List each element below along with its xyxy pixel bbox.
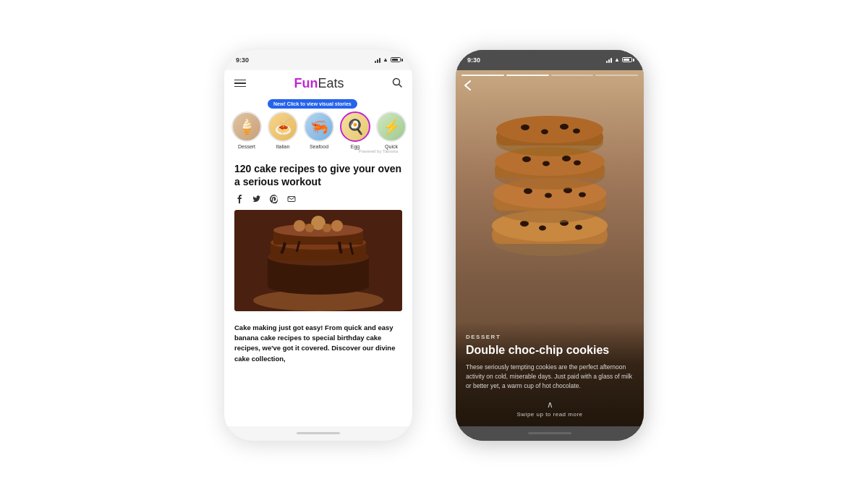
phone2-screen: DESSERT Double choc-chip cookies These s…	[456, 70, 644, 426]
swipe-up-label: Swipe up to read more	[517, 411, 583, 418]
pinterest-share-icon[interactable]	[269, 194, 279, 204]
phone1-status-bar: 9:30 ▲	[224, 50, 412, 70]
stories-section: New! Click to view visual stories 🍦 Dess…	[224, 96, 412, 158]
story-italian-label: Italian	[276, 144, 290, 149]
funeats-logo: FunEats	[294, 76, 344, 91]
phone2-bottom-bar	[456, 426, 644, 441]
story-egg-label: Egg	[351, 144, 359, 149]
facebook-share-icon[interactable]	[234, 194, 244, 204]
article-title: 120 cake recipes to give your oven a ser…	[234, 162, 402, 188]
phone-1: 9:30 ▲ FunEats	[224, 50, 412, 441]
svg-point-30	[579, 192, 586, 197]
phone2-status-icons: ▲	[606, 56, 632, 63]
back-arrow-button[interactable]	[463, 80, 475, 93]
story-top-bar	[456, 80, 644, 93]
svg-point-23	[575, 224, 582, 229]
svg-point-12	[294, 220, 305, 232]
story-dessert-image: 🍦	[233, 113, 260, 140]
story-egg-image: 🍳	[341, 113, 369, 140]
story-seafood-label: Seafood	[310, 144, 328, 149]
svg-point-27	[524, 188, 532, 194]
story-category-label: DESSERT	[466, 334, 634, 340]
svg-point-37	[574, 160, 581, 165]
phone2-signal	[606, 57, 612, 63]
svg-point-14	[331, 220, 343, 232]
article-cake-image	[234, 210, 402, 311]
article-body: Cake making just got easy! From quick an…	[224, 323, 412, 364]
svg-line-1	[399, 84, 402, 87]
twitter-share-icon[interactable]	[252, 194, 262, 204]
story-item-quick[interactable]: ⚡ Quick	[376, 111, 407, 149]
story-quick-image: ⚡	[378, 113, 405, 140]
cookie-stack-container	[470, 85, 629, 273]
story-progress-bars	[456, 70, 644, 79]
story-item-egg[interactable]: 🍳 Egg	[340, 111, 370, 149]
phone2-time: 9:30	[467, 56, 480, 64]
story-description: These seriously tempting cookies are the…	[466, 363, 634, 390]
story-title: Double choc-chip cookies	[466, 343, 634, 357]
svg-point-16	[323, 224, 331, 232]
story-item-seafood[interactable]: 🦐 Seafood	[304, 111, 334, 149]
story-seafood-image: 🦐	[305, 113, 333, 140]
swipe-up-button[interactable]: ∧ Swipe up to read more	[466, 400, 634, 418]
svg-point-15	[305, 224, 314, 232]
phone1-status-icons: ▲	[375, 56, 401, 63]
cookie-stack-svg	[470, 85, 629, 273]
story-italian-image: 🍝	[269, 113, 297, 140]
progress-bar-4	[595, 75, 638, 76]
phone2-notch	[528, 50, 571, 60]
svg-point-42	[541, 129, 548, 134]
svg-point-28	[545, 193, 552, 198]
progress-bar-1	[461, 75, 504, 76]
article-image-container	[224, 210, 412, 317]
social-share-bar	[234, 194, 402, 204]
phone1-time: 9:30	[236, 56, 249, 64]
phone1-home-indicator	[297, 432, 340, 434]
logo-fun: Fun	[294, 76, 318, 90]
svg-point-43	[560, 124, 569, 130]
phone1-wifi-icon: ▲	[383, 56, 388, 63]
svg-point-40	[496, 116, 603, 143]
svg-point-36	[562, 156, 571, 161]
funeats-app: FunEats New! Click to view visual storie…	[224, 70, 412, 426]
email-share-icon[interactable]	[286, 194, 297, 204]
progress-bar-3	[551, 75, 594, 76]
stories-tooltip[interactable]: New! Click to view visual stories	[268, 99, 357, 109]
phone2-home-indicator	[528, 432, 571, 434]
phone2-battery-icon	[622, 57, 632, 62]
phone2-wifi-icon: ▲	[614, 56, 620, 63]
search-button[interactable]	[392, 77, 402, 90]
phone1-signal	[375, 57, 380, 63]
powered-by-label: Powered by Taboola	[231, 149, 405, 153]
story-item-italian[interactable]: 🍝 Italian	[268, 111, 298, 149]
story-item-dessert[interactable]: 🍦 Dessert	[231, 111, 262, 149]
chevron-up-icon: ∧	[547, 400, 553, 410]
article-section: 120 cake recipes to give your oven a ser…	[224, 158, 412, 210]
phone2-battery-fill	[624, 59, 629, 61]
phone2-status-bar: 9:30 ▲	[456, 50, 644, 70]
svg-point-44	[573, 128, 580, 133]
cookie-story: DESSERT Double choc-chip cookies These s…	[456, 70, 644, 426]
phone-2: 9:30 ▲	[456, 50, 644, 441]
story-content-overlay: DESSERT Double choc-chip cookies These s…	[456, 322, 644, 426]
phone1-battery-fill	[392, 59, 398, 61]
funeats-header: FunEats	[224, 70, 412, 96]
progress-bar-2	[506, 75, 549, 76]
stories-row: 🍦 Dessert 🍝 Italian 🦐 Se	[231, 111, 405, 149]
story-quick-label: Quick	[385, 144, 398, 149]
phone1-bottom-bar	[224, 426, 412, 441]
svg-point-34	[522, 156, 531, 162]
phone1-notch	[297, 50, 340, 60]
hamburger-menu-icon[interactable]	[234, 80, 246, 88]
story-dessert-label: Dessert	[238, 144, 255, 149]
svg-point-35	[542, 161, 550, 166]
logo-eats: Eats	[318, 76, 344, 90]
phone1-screen: FunEats New! Click to view visual storie…	[224, 70, 412, 426]
svg-point-21	[539, 225, 546, 230]
svg-point-41	[521, 124, 529, 130]
phone1-battery-icon	[391, 57, 401, 62]
